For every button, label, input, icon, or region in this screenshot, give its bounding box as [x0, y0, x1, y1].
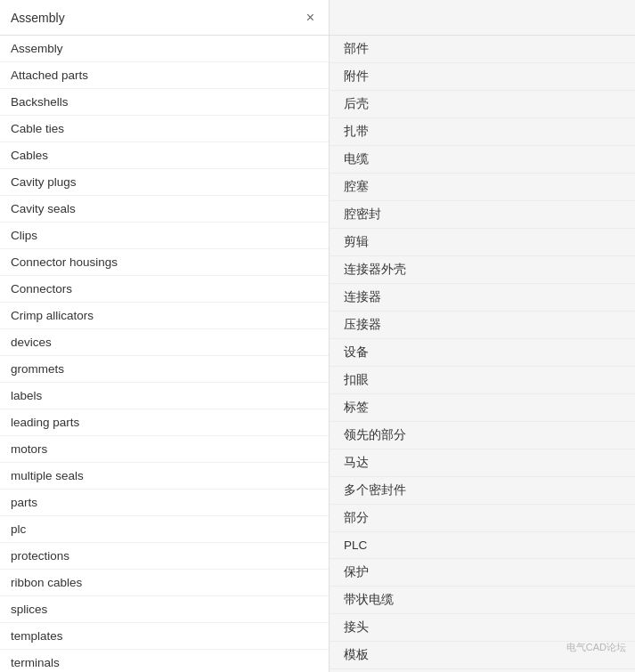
right-item-text: 连接器: [344, 289, 381, 305]
list-item[interactable]: Backshells: [0, 89, 329, 116]
right-item: 扣眼: [330, 367, 635, 394]
right-item: 腔密封: [330, 201, 635, 229]
list-item[interactable]: Connectors: [0, 276, 329, 303]
list-item-left-text: Attached parts: [11, 69, 88, 82]
right-item: 部分: [330, 505, 635, 532]
right-item: 压接器: [330, 312, 635, 339]
list-item-left-text: Assembly: [11, 42, 63, 55]
list-item[interactable]: Assembly: [0, 36, 329, 62]
right-item-text: 带状电缆: [344, 592, 394, 608]
list-item-left-text: Backshells: [11, 95, 69, 109]
list-item[interactable]: Cavity plugs: [0, 169, 329, 196]
right-item: 保护: [330, 559, 635, 587]
list-item[interactable]: Attached parts: [0, 62, 329, 89]
right-item-text: 扎带: [344, 124, 369, 140]
right-item: 后壳: [330, 91, 635, 118]
right-item: 设备: [330, 339, 635, 367]
list-item-left-text: grommets: [11, 362, 64, 376]
right-item: 腔塞: [330, 174, 635, 201]
list-item[interactable]: protections: [0, 543, 329, 570]
right-item-text: 部件: [344, 41, 369, 57]
list-item-left-text: Crimp allicators: [11, 309, 94, 322]
list-item-left-text: plc: [11, 522, 26, 536]
list-item-left-text: templates: [11, 629, 63, 643]
right-item-text: 多个密封件: [344, 482, 406, 498]
right-item-text: 模板: [344, 647, 369, 663]
right-item: 连接器: [330, 284, 635, 312]
list-item-left-text: parts: [11, 496, 37, 509]
right-item: 领先的部分: [330, 422, 635, 449]
right-item-text: 腔密封: [344, 206, 381, 223]
right-item-text: 电缆: [344, 151, 369, 167]
right-item-text: 标签: [344, 400, 369, 416]
right-item-text: 压接器: [344, 317, 381, 333]
right-item: 标签: [330, 394, 635, 422]
right-item-text: 附件: [344, 69, 369, 85]
watermark: 电气CAD论坛: [566, 641, 626, 654]
list-item[interactable]: terminals: [0, 650, 329, 672]
left-list: AssemblyAttached partsBackshellsCable ti…: [0, 36, 329, 672]
header-row: Assembly ×: [0, 0, 329, 36]
list-item-left-text: Cables: [11, 149, 48, 162]
right-header: [330, 0, 635, 36]
list-item[interactable]: leading parts: [0, 409, 329, 436]
right-item-text: 剪辑: [344, 234, 369, 250]
list-item-left-text: Cable ties: [11, 122, 64, 135]
list-item-left-text: Cavity seals: [11, 202, 76, 215]
list-item-left-text: leading parts: [11, 416, 79, 429]
right-item: 马达: [330, 449, 635, 477]
right-item-text: 后壳: [344, 96, 369, 112]
right-item-text: 扣眼: [344, 372, 369, 388]
list-item[interactable]: motors: [0, 436, 329, 463]
list-item-left-text: terminals: [11, 656, 60, 669]
right-item-text: 部分: [344, 510, 369, 526]
right-item-text: PLC: [344, 538, 367, 552]
right-item: 多个密封件: [330, 477, 635, 505]
list-item[interactable]: plc: [0, 516, 329, 543]
list-item[interactable]: templates: [0, 623, 329, 650]
list-item-left-text: protections: [11, 549, 69, 563]
right-item-text: 马达: [344, 455, 369, 471]
list-item[interactable]: devices: [0, 329, 329, 356]
right-panel: 部件附件后壳扎带电缆腔塞腔密封剪辑连接器外壳连接器压接器设备扣眼标签领先的部分马…: [330, 0, 635, 672]
close-button[interactable]: ×: [303, 9, 318, 27]
right-item: 部件: [330, 36, 635, 63]
list-item[interactable]: multiple seals: [0, 463, 329, 490]
list-item-left-text: devices: [11, 336, 52, 349]
list-item-left-text: Clips: [11, 229, 37, 242]
list-item-left-text: Cavity plugs: [11, 175, 77, 189]
main-container: Assembly × AssemblyAttached partsBackshe…: [0, 0, 635, 672]
list-item[interactable]: ribbon cables: [0, 570, 329, 596]
list-item[interactable]: Connector housings: [0, 249, 329, 276]
right-item: 带状电缆: [330, 587, 635, 614]
right-list: 部件附件后壳扎带电缆腔塞腔密封剪辑连接器外壳连接器压接器设备扣眼标签领先的部分马…: [330, 36, 635, 672]
right-item-text: 接头: [344, 619, 369, 636]
list-item-left-text: ribbon cables: [11, 576, 82, 589]
right-item: 连接器外壳: [330, 256, 635, 284]
list-item[interactable]: Cable ties: [0, 116, 329, 142]
list-item[interactable]: Cables: [0, 142, 329, 169]
list-item-left-text: splices: [11, 603, 47, 616]
list-item-left-text: motors: [11, 442, 47, 456]
right-item-text: 腔塞: [344, 179, 369, 195]
right-item: PLC: [330, 532, 635, 559]
list-item[interactable]: Crimp allicators: [0, 303, 329, 329]
list-item-left-text: Connectors: [11, 282, 72, 296]
list-item[interactable]: labels: [0, 383, 329, 409]
list-item[interactable]: parts: [0, 490, 329, 516]
header-title: Assembly: [11, 11, 65, 25]
right-item-text: 保护: [344, 564, 369, 580]
right-item: 附件: [330, 63, 635, 91]
list-item[interactable]: splices: [0, 596, 329, 623]
list-item-left-text: Connector housings: [11, 255, 118, 269]
list-item[interactable]: grommets: [0, 356, 329, 383]
right-item: 扎带: [330, 118, 635, 146]
list-item-left-text: labels: [11, 389, 42, 402]
right-item-text: 设备: [344, 344, 369, 360]
list-item[interactable]: Cavity seals: [0, 196, 329, 223]
list-item-left-text: multiple seals: [11, 469, 84, 482]
right-item: 剪辑: [330, 229, 635, 256]
right-item-text: 连接器外壳: [344, 262, 406, 278]
right-item: 电缆: [330, 146, 635, 174]
list-item[interactable]: Clips: [0, 223, 329, 249]
